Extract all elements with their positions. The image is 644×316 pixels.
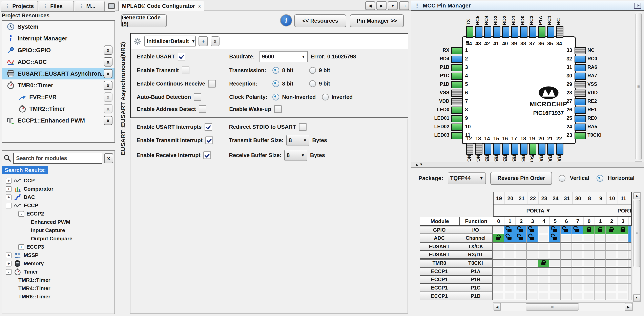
expand-icon[interactable]: + xyxy=(6,252,12,258)
pin-assign-cell-empty[interactable] xyxy=(606,284,617,292)
pin-assign-cell-empty[interactable] xyxy=(594,284,606,292)
chip-pin-ra7[interactable] xyxy=(574,73,586,80)
collapse-icon[interactable]: - xyxy=(6,203,12,208)
reception-8bit-radio[interactable] xyxy=(272,80,279,87)
chip-pin-nc[interactable] xyxy=(466,143,473,155)
chip-pin-sensor[interactable] xyxy=(529,143,536,155)
pin-assign-cell-empty[interactable] xyxy=(504,275,515,284)
remove-initializer-button[interactable]: x xyxy=(211,36,220,46)
scroll-left-button[interactable]: ◀ xyxy=(494,303,501,311)
noninverted-radio[interactable] xyxy=(272,94,279,101)
pin-assign-cell-empty[interactable] xyxy=(492,267,504,275)
pin-assign-cell-empty[interactable] xyxy=(492,226,504,234)
usart-interrupts-checkbox[interactable] xyxy=(204,123,212,131)
pin-assign-cell-empty[interactable] xyxy=(583,275,594,284)
expand-icon[interactable]: + xyxy=(6,178,12,184)
transmission-9bit-radio[interactable] xyxy=(309,67,316,74)
resource-item-interrupt-manager[interactable]: Interrupt Manager xyxy=(2,33,114,44)
expand-icon[interactable]: + xyxy=(6,261,12,266)
chip-pin-rd3[interactable] xyxy=(493,26,500,38)
search-result-dac[interactable]: +DAC xyxy=(3,193,114,201)
search-result-comparator[interactable]: +Comparator xyxy=(3,185,114,193)
resource-item-eccp1-enhanced-pwm[interactable]: ECCP1::Enhanced PWMx xyxy=(2,115,114,126)
pin-assign-cell-empty[interactable] xyxy=(560,250,572,259)
search-result-eccp[interactable]: -ECCP xyxy=(3,201,114,210)
tab-mcc[interactable]: MPLAB® Code Configurator x xyxy=(118,1,204,11)
pin-manager-button[interactable]: Pin Manager >> xyxy=(350,14,404,27)
pin-assign-cell-blue-open[interactable] xyxy=(572,226,583,234)
chip-pin-ra2[interactable] xyxy=(547,143,554,155)
pin-assign-cell-empty[interactable] xyxy=(617,234,628,242)
pin-assign-cell-blue-open[interactable] xyxy=(504,226,515,234)
pin-assign-cell-empty[interactable] xyxy=(560,292,572,300)
chip-pin-vss[interactable] xyxy=(451,90,463,97)
chip-pin-rc1[interactable] xyxy=(547,26,554,38)
tab-overflow-icon[interactable] xyxy=(106,1,115,11)
pin-assign-cell-green-closed[interactable] xyxy=(606,226,617,234)
chip-pin-ra5[interactable] xyxy=(574,124,586,131)
pin-assign-cell-empty[interactable] xyxy=(515,250,526,259)
pin-assign-cell-empty[interactable] xyxy=(560,275,572,284)
pin-assign-cell-empty[interactable] xyxy=(492,284,504,292)
reception-9bit-radio[interactable] xyxy=(309,80,316,87)
pin-assign-cell-empty[interactable] xyxy=(560,259,572,267)
chip-pin-nc[interactable] xyxy=(556,26,564,38)
pin-assign-cell-empty[interactable] xyxy=(583,267,594,275)
tab-list-button[interactable]: ▼ xyxy=(388,1,398,10)
continous-receive-checkbox[interactable] xyxy=(208,80,216,88)
scroll-down-button[interactable]: ▼ xyxy=(633,294,640,301)
chip-pin-re3[interactable] xyxy=(520,143,528,155)
chip-pin-rd1[interactable] xyxy=(511,26,518,38)
pin-assign-cell-empty[interactable] xyxy=(560,242,572,250)
porta-header[interactable]: PORTA ▼ xyxy=(494,205,584,216)
wakeup-checkbox[interactable] xyxy=(274,105,282,113)
pin-assign-cell-empty[interactable] xyxy=(560,267,572,275)
pin-assign-cell-empty[interactable] xyxy=(594,242,606,250)
resource-item-tmr0-timer[interactable]: TMR0::Timerx xyxy=(2,80,114,91)
pin-assign-cell-empty[interactable] xyxy=(538,275,549,284)
remove-module-button[interactable]: x xyxy=(104,69,112,78)
pin-assign-cell-empty[interactable] xyxy=(515,242,526,250)
pin-assign-cell-empty[interactable] xyxy=(594,234,606,242)
pin-assign-cell-empty[interactable] xyxy=(617,292,628,300)
chip-pin-re0[interactable] xyxy=(574,115,586,122)
resource-item-eusart-eusart-asynchron-[interactable]: EUSART::EUSART Asynchron...x xyxy=(2,68,114,80)
initializer-dropdown[interactable]: InitializerDefault ▼ xyxy=(144,36,196,47)
pin-assign-cell-empty[interactable] xyxy=(606,242,617,250)
search-result-enhanced-pwm[interactable]: Enhanced PWM xyxy=(3,218,114,226)
collapse-icon[interactable]: - xyxy=(6,269,12,275)
search-result-mssp[interactable]: +MSSP xyxy=(3,251,114,259)
pin-assign-cell-empty[interactable] xyxy=(538,234,549,242)
pin-assign-cell-empty[interactable] xyxy=(492,259,504,267)
search-result-input-capture[interactable]: Input Capture xyxy=(3,226,114,234)
tx-interrupt-checkbox[interactable] xyxy=(206,136,213,144)
info-button[interactable]: i xyxy=(280,14,292,27)
pin-assign-cell-empty[interactable] xyxy=(526,259,538,267)
generate-code-button[interactable]: Generate Code (9) xyxy=(121,14,167,27)
pin-assign-cell-blue-open[interactable] xyxy=(560,226,572,234)
pin-assign-cell-empty[interactable] xyxy=(560,234,572,242)
collapse-icon[interactable]: - xyxy=(18,211,24,217)
pin-assign-cell-empty[interactable] xyxy=(572,250,583,259)
resource-item-adc-adc[interactable]: ADC::ADCx xyxy=(2,56,114,68)
pin-assign-cell-empty[interactable] xyxy=(560,284,572,292)
remove-module-button[interactable]: x xyxy=(104,46,112,55)
search-result-output-compare[interactable]: Output Compare xyxy=(3,234,114,243)
search-result-memory[interactable]: +Memory xyxy=(3,259,114,268)
pin-assign-cell-empty[interactable] xyxy=(572,242,583,250)
chip-pin-p1d[interactable] xyxy=(451,81,463,88)
chip-vertical-scrollbar[interactable]: ☰ xyxy=(635,12,642,162)
chip-pin-t0cki[interactable] xyxy=(574,132,586,139)
chip-pin-tx[interactable] xyxy=(466,26,473,38)
search-result-tmr4-timer[interactable]: TMR4::Timer xyxy=(3,284,114,292)
pin-assign-cell-empty[interactable] xyxy=(572,284,583,292)
resource-item-system[interactable]: System xyxy=(2,21,114,33)
pin-assign-cell-empty[interactable] xyxy=(549,292,560,300)
pin-assign-cell-blue-open[interactable] xyxy=(526,226,538,234)
remove-module-button[interactable]: x xyxy=(104,104,112,113)
table-horizontal-scrollbar[interactable]: ◀ ▦ ▶ xyxy=(493,302,633,311)
chip-pin-rb5[interactable] xyxy=(493,143,500,155)
vertical-radio[interactable] xyxy=(558,175,566,182)
chip-pin-nc[interactable] xyxy=(475,143,482,155)
baudrate-dropdown[interactable]: 9600 ▼ xyxy=(260,51,308,62)
